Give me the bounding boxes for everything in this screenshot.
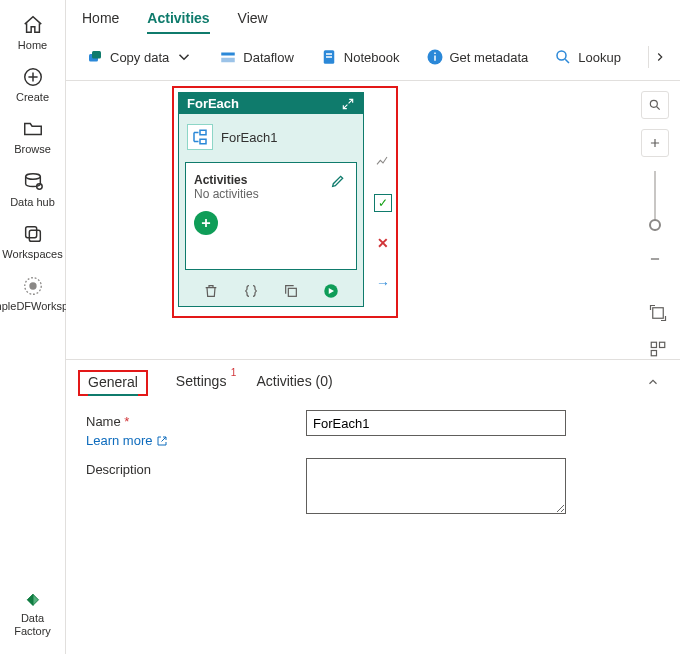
minus-icon <box>648 252 662 266</box>
svg-rect-13 <box>326 56 332 58</box>
braces-button[interactable] <box>242 282 260 300</box>
notebook-icon <box>320 48 338 66</box>
settings-badge: 1 <box>231 367 237 378</box>
svg-rect-24 <box>651 342 656 347</box>
svg-rect-19 <box>200 139 206 144</box>
card-type-label: ForEach <box>187 96 239 111</box>
sidebar-item-data-factory[interactable]: Data Factory <box>2 581 64 646</box>
name-input[interactable] <box>306 410 566 436</box>
folder-icon <box>22 118 44 140</box>
canvas-search-button[interactable] <box>641 91 669 119</box>
properties-tab-activities[interactable]: Activities (0) <box>254 371 334 395</box>
plus-icon <box>199 216 213 230</box>
auto-layout-button[interactable] <box>646 337 670 361</box>
svg-rect-15 <box>434 56 436 61</box>
sidebar-item-label: Data Factory <box>4 612 62 638</box>
canvas-tool-buttons <box>646 301 670 361</box>
arrow-circle-icon <box>322 282 340 300</box>
svg-rect-9 <box>222 53 236 56</box>
sidebar-item-browse[interactable]: Browse <box>2 112 64 164</box>
sidebar-item-workspaces[interactable]: Workspaces <box>2 217 64 269</box>
sidebar-item-label: Data hub <box>10 196 55 209</box>
sidebar-item-label: Browse <box>14 143 51 156</box>
workspace-dotted-icon <box>22 275 44 297</box>
external-link-icon <box>156 435 168 447</box>
fit-screen-button[interactable] <box>646 301 670 325</box>
database-icon <box>22 171 44 193</box>
svg-rect-4 <box>29 230 40 241</box>
svg-rect-3 <box>25 226 36 237</box>
sidebar-item-sample-workspace[interactable]: SampleDFWorkspace <box>2 269 64 321</box>
svg-point-22 <box>650 100 657 107</box>
sidebar-item-create[interactable]: Create <box>2 60 64 112</box>
card-name-text: ForEach1 <box>221 130 277 145</box>
svg-rect-8 <box>92 51 101 59</box>
svg-rect-12 <box>326 53 332 55</box>
sidebar-item-label: Create <box>16 91 49 104</box>
chevron-up-icon <box>646 375 660 389</box>
zoom-controls <box>640 91 670 273</box>
chevron-down-icon <box>175 48 193 66</box>
description-input[interactable] <box>306 458 566 514</box>
zoom-in-button[interactable] <box>641 129 669 157</box>
plus-icon <box>648 136 662 150</box>
properties-tab-general[interactable]: General <box>78 370 148 396</box>
get-metadata-button[interactable]: Get metadata <box>416 42 539 72</box>
sidebar-item-data-hub[interactable]: Data hub <box>2 165 64 217</box>
copy-data-button[interactable]: Copy data <box>76 42 203 72</box>
braces-icon <box>243 283 259 299</box>
sidebar-item-home[interactable]: Home <box>2 8 64 60</box>
zoom-handle[interactable] <box>649 219 661 231</box>
svg-rect-10 <box>222 58 236 63</box>
home-icon <box>22 14 44 36</box>
toolbar-overflow-button[interactable] <box>648 46 670 68</box>
card-activities-box: Activities No activities <box>185 162 357 270</box>
properties-tabs: General Settings 1 Activities (0) <box>66 360 680 396</box>
plus-circle-icon <box>22 66 44 88</box>
toolbar-label: Lookup <box>578 50 621 65</box>
top-tabs: Home Activities View <box>66 0 680 34</box>
learn-more-link[interactable]: Learn more <box>86 433 168 448</box>
fit-icon <box>649 304 667 322</box>
dataflow-button[interactable]: Dataflow <box>209 42 304 72</box>
collapse-panel-button[interactable] <box>646 375 660 392</box>
copy-icon <box>283 283 299 299</box>
status-chart-icon[interactable] <box>374 152 392 170</box>
tab-view[interactable]: View <box>238 6 268 34</box>
add-activity-button[interactable] <box>194 211 218 235</box>
status-success-icon[interactable]: ✓ <box>374 194 392 212</box>
clone-button[interactable] <box>282 282 300 300</box>
card-footer <box>179 276 363 306</box>
learn-more-text: Learn more <box>86 433 152 448</box>
svg-rect-25 <box>660 342 665 347</box>
foreach-activity-card[interactable]: ForEach ForEach1 Activities No activitie… <box>178 92 364 307</box>
card-activities-title: Activities <box>194 173 348 187</box>
main-area: Home Activities View Copy data Dataflow … <box>66 0 680 654</box>
description-label: Description <box>86 462 306 477</box>
zoom-out-button[interactable] <box>641 245 669 273</box>
status-fail-icon[interactable]: ✕ <box>374 234 392 252</box>
delete-button[interactable] <box>202 282 220 300</box>
chevron-right-icon <box>653 50 667 64</box>
tab-home[interactable]: Home <box>82 6 119 34</box>
dataflow-icon <box>219 48 237 66</box>
tab-label: Settings <box>176 373 227 389</box>
canvas[interactable]: ForEach ForEach1 Activities No activitie… <box>66 81 680 359</box>
svg-rect-20 <box>288 288 296 296</box>
properties-tab-settings[interactable]: Settings 1 <box>174 371 229 395</box>
zoom-slider[interactable] <box>654 171 656 231</box>
expand-icon[interactable] <box>341 97 355 111</box>
foreach-icon <box>187 124 213 150</box>
data-factory-icon <box>22 587 44 609</box>
status-skip-icon[interactable]: → <box>374 274 392 292</box>
run-button[interactable] <box>322 282 340 300</box>
edit-activities-button[interactable] <box>328 171 348 191</box>
lookup-button[interactable]: Lookup <box>544 42 631 72</box>
sidebar-item-label: Home <box>18 39 47 52</box>
name-label: Name <box>86 414 306 429</box>
trash-icon <box>203 283 219 299</box>
copy-data-icon <box>86 48 104 66</box>
toolbar-label: Dataflow <box>243 50 294 65</box>
tab-activities[interactable]: Activities <box>147 6 209 34</box>
notebook-button[interactable]: Notebook <box>310 42 410 72</box>
